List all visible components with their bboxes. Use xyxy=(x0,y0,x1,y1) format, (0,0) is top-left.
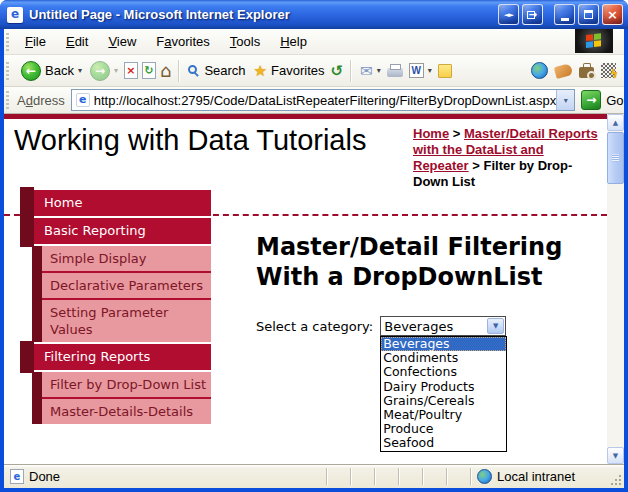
sidebar-nav: Home Basic Reporting Simple Display Decl… xyxy=(20,188,211,424)
research-button[interactable] xyxy=(579,67,594,78)
ie-page-icon: e xyxy=(7,7,23,23)
maximize-icon xyxy=(584,10,593,19)
sidebar-item-master-details-details[interactable]: Master-Details-Details xyxy=(32,397,211,424)
mail-dropdown-icon[interactable]: ▾ xyxy=(377,66,381,75)
stop-button[interactable]: × xyxy=(124,62,138,79)
menu-help[interactable]: Help xyxy=(270,30,317,53)
address-input[interactable]: e http://localhost:2795/Code/DataListRep… xyxy=(71,89,575,111)
history-button[interactable]: ↺ xyxy=(331,62,344,80)
chevron-down-icon[interactable]: ▼ xyxy=(487,318,504,334)
option-dairy-products[interactable]: Dairy Products xyxy=(381,380,506,394)
window-title: Untitled Page - Microsoft Internet Explo… xyxy=(29,7,498,22)
address-label: Address xyxy=(17,93,65,108)
breadcrumb-home-link[interactable]: Home xyxy=(413,126,449,141)
page-title-line1: Master/Detail Filtering xyxy=(256,233,562,261)
addressbar-grip[interactable] xyxy=(6,91,9,109)
sidebar-item-filtering-reports[interactable]: Filtering Reports xyxy=(20,344,211,370)
minimize-icon xyxy=(561,18,569,21)
sidebar-item-setting-parameter-values[interactable]: Setting Parameter Values xyxy=(32,298,211,342)
sidebar-accent-strip xyxy=(32,271,42,298)
option-condiments[interactable]: Condiments xyxy=(381,351,506,365)
maximize-button[interactable] xyxy=(578,4,599,25)
menubar-grip[interactable] xyxy=(6,33,9,51)
page-title-line2: With a DropDownList xyxy=(256,263,543,291)
sidebar-item-declarative-parameters[interactable]: Declarative Parameters xyxy=(32,271,211,298)
back-button[interactable]: ← Back ▾ xyxy=(19,61,84,81)
menu-view[interactable]: View xyxy=(98,30,146,53)
forward-button[interactable]: → ▾ xyxy=(88,61,120,81)
sidebar-item-home[interactable]: Home xyxy=(20,190,211,216)
standard-toolbar: ← Back ▾ → ▾ × ↻ ⌂ Search ★ Favorites ↺ … xyxy=(4,55,624,87)
print-button[interactable] xyxy=(387,68,403,77)
security-zone: Local intranet xyxy=(470,468,608,485)
switch-arrows-icon: ◄► xyxy=(504,11,513,19)
menu-file[interactable]: File xyxy=(15,30,56,53)
sidebar-item-label: Simple Display xyxy=(42,246,211,271)
scroll-down-button[interactable]: ▼ xyxy=(607,447,624,464)
title-bar: e Untitled Page - Microsoft Internet Exp… xyxy=(0,0,628,29)
site-title: Working with Data Tutorials xyxy=(14,124,366,157)
sidebar-item-simple-display[interactable]: Simple Display xyxy=(32,246,211,271)
category-select-label: Select a category: xyxy=(256,316,373,336)
forward-icon: → xyxy=(90,61,110,81)
search-button[interactable]: Search xyxy=(186,63,247,78)
option-confections[interactable]: Confections xyxy=(381,365,506,379)
sidebar-item-label: Filter by Drop-Down List xyxy=(42,372,211,397)
web-page: Working with Data Tutorials Home > Maste… xyxy=(4,114,607,464)
address-dropdown-button[interactable]: ▾ xyxy=(556,90,574,110)
toolbar-separator xyxy=(178,60,179,82)
vertical-scrollbar[interactable]: ▲ ▼ xyxy=(607,114,624,464)
option-grains-cereals[interactable]: Grains/Cereals xyxy=(381,394,506,408)
option-meat-poultry[interactable]: Meat/Poultry xyxy=(381,408,506,422)
favorites-button[interactable]: ★ Favorites xyxy=(252,62,327,80)
detach-button[interactable]: → xyxy=(522,4,543,25)
minimize-button[interactable] xyxy=(554,4,575,25)
category-combo-wrap: Beverages ▼ Beverages Condiments Confect… xyxy=(380,316,506,336)
sidebar-item-filter-by-dropdown-list[interactable]: Filter by Drop-Down List xyxy=(32,372,211,397)
refresh-icon: ↻ xyxy=(144,65,153,76)
breadcrumb-separator: > xyxy=(453,126,461,141)
breadcrumb: Home > Master/Detail Reports with the Da… xyxy=(413,126,601,190)
sidebar-item-basic-reporting[interactable]: Basic Reporting xyxy=(20,218,211,244)
back-dropdown-icon[interactable]: ▾ xyxy=(78,66,82,75)
lightning-icon: ϟ xyxy=(610,67,618,81)
go-button[interactable]: → Go xyxy=(581,90,623,110)
edit-dropdown-icon[interactable]: ▾ xyxy=(428,66,432,75)
mail-button[interactable]: ✉ ▾ xyxy=(358,62,383,80)
sidebar-item-label: Master-Details-Details xyxy=(42,397,211,424)
close-button[interactable]: × xyxy=(602,4,623,25)
scroll-up-button[interactable]: ▲ xyxy=(607,114,624,131)
menu-tools[interactable]: Tools xyxy=(220,30,270,53)
menu-edit[interactable]: Edit xyxy=(56,30,98,53)
go-arrow-icon: → xyxy=(581,90,601,110)
edit-with-word-button[interactable]: W ▾ xyxy=(407,63,434,78)
search-label: Search xyxy=(204,63,245,78)
toolbar-grip[interactable] xyxy=(6,62,9,80)
notes-button[interactable] xyxy=(438,64,452,78)
refresh-button[interactable]: ↻ xyxy=(142,62,156,79)
resize-grip[interactable] xyxy=(608,468,624,488)
url-text[interactable]: http://localhost:2795/Code/DataListRepea… xyxy=(94,93,556,108)
browser-viewport: Working with Data Tutorials Home > Maste… xyxy=(4,114,624,464)
menu-favorites[interactable]: Favorites xyxy=(146,30,219,53)
scrollbar-thumb[interactable] xyxy=(607,132,624,184)
export-arrow-icon: → xyxy=(529,9,537,20)
messenger-globe-button[interactable] xyxy=(531,62,548,79)
sidebar-item-label: Home xyxy=(34,190,211,216)
category-dropdown[interactable]: Beverages ▼ xyxy=(380,316,506,336)
option-beverages[interactable]: Beverages xyxy=(381,337,506,351)
option-seafood[interactable]: Seafood xyxy=(381,436,506,450)
page-icon: e xyxy=(76,93,90,107)
script-debug-button[interactable]: ϟ xyxy=(601,63,616,78)
option-produce[interactable]: Produce xyxy=(381,422,506,436)
status-text: Done xyxy=(29,469,326,484)
toolbar-separator xyxy=(350,60,351,82)
zone-label: Local intranet xyxy=(497,469,575,484)
page-top-accent xyxy=(4,114,607,119)
browser-window: e Untitled Page - Microsoft Internet Exp… xyxy=(0,0,628,492)
messenger-hand-button[interactable] xyxy=(554,63,574,79)
mail-icon: ✉ xyxy=(360,62,373,80)
nav-switch-button[interactable]: ◄► xyxy=(498,4,519,25)
home-button[interactable]: ⌂ xyxy=(160,62,171,80)
forward-dropdown-icon: ▾ xyxy=(114,66,118,75)
